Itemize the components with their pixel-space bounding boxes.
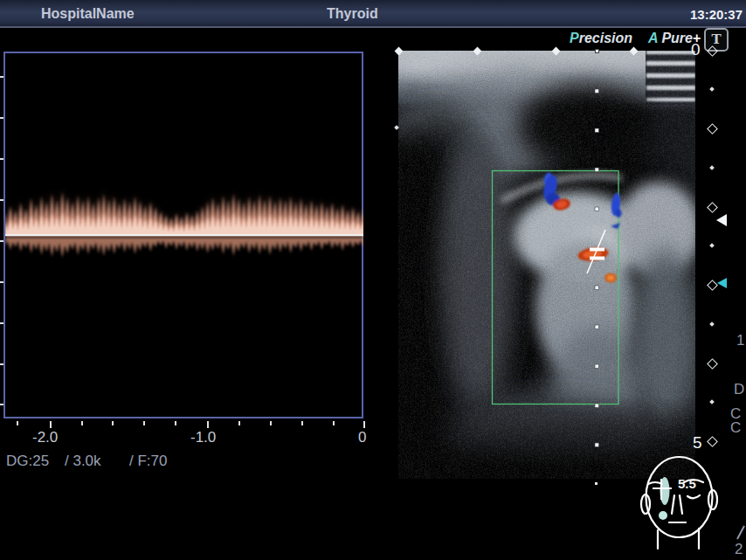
depth-scale-minor-diamond-icon xyxy=(709,165,715,170)
centerline-end-dot xyxy=(595,482,597,485)
velocity-scale-tick xyxy=(0,404,3,405)
depth-scale-major-diamond-icon xyxy=(707,280,718,291)
bmode-tissue-texture xyxy=(398,51,695,479)
clock-time: 13:20:37 xyxy=(690,7,743,22)
velocity-scale-tick xyxy=(0,240,3,242)
depth-scale-major-diamond-icon xyxy=(707,123,718,135)
study-type: Thyroid xyxy=(327,6,378,22)
bmode-image xyxy=(398,51,695,479)
doppler-baseline xyxy=(5,234,363,236)
time-axis-tick xyxy=(207,421,209,428)
precision-rest: recision xyxy=(579,31,632,45)
time-axis-tick xyxy=(81,421,83,425)
velocity-scale-tick xyxy=(0,117,3,119)
depth-scale-minor-diamond-icon xyxy=(709,321,715,327)
bodymark-face[interactable] xyxy=(622,447,746,560)
bodymark-value: 5.5 xyxy=(678,476,696,491)
time-axis-tick xyxy=(270,421,272,425)
focus-marker-icon[interactable] xyxy=(716,214,727,226)
doppler-gain-param: DG:25 xyxy=(6,453,49,470)
time-axis-tick-label: -1.0 xyxy=(190,429,216,446)
time-axis-tick xyxy=(301,421,303,425)
doppler-scale-param: / 3.0k xyxy=(65,453,101,470)
title-bar-separator xyxy=(0,26,746,28)
velocity-scale-tick xyxy=(0,199,3,201)
time-axis-tick xyxy=(363,421,365,428)
time-axis-tick xyxy=(112,421,114,425)
edge-label-1: 1 xyxy=(736,332,744,349)
velocity-scale-tick xyxy=(0,281,3,283)
time-axis-tick xyxy=(175,421,176,425)
probe-t-icon[interactable]: T xyxy=(704,28,729,52)
precision-label: Precision xyxy=(570,31,632,46)
velocity-scale-tick xyxy=(0,76,3,78)
velocity-scale-tick xyxy=(0,363,3,365)
edge-label-c2: C xyxy=(730,419,741,437)
time-axis-tick xyxy=(143,421,145,425)
apure-rest: Pure xyxy=(658,31,693,45)
probe-orientation-dot xyxy=(659,511,667,520)
time-axis-tick-label: 0 xyxy=(358,429,366,446)
depth-scale-major-diamond-icon xyxy=(707,436,718,447)
doppler-filter-param: / F:70 xyxy=(129,453,167,470)
time-axis-tick xyxy=(333,421,335,425)
apure-initial: A xyxy=(648,31,658,45)
depth-scale-minor-diamond-icon xyxy=(709,243,715,248)
depth-scale-major-diamond-icon xyxy=(707,202,718,213)
edge-label-d: D xyxy=(734,381,744,398)
velocity-scale-tick xyxy=(0,158,3,160)
steer-chevron-icon xyxy=(717,278,727,288)
velocity-scale-tick xyxy=(0,322,3,324)
centerline-top-marker xyxy=(595,49,599,53)
hospital-name: HospitalName xyxy=(41,6,135,22)
depth-scale-major-diamond-icon xyxy=(707,358,718,370)
time-axis-tick xyxy=(238,421,240,425)
time-axis-tick-label: -2.0 xyxy=(32,429,58,446)
precision-initial: P xyxy=(570,31,579,45)
time-axis-tick xyxy=(50,421,52,428)
depth-scale-minor-diamond-icon xyxy=(709,86,715,92)
ultrasound-screen: HospitalName Thyroid 13:20:37 Precision … xyxy=(0,0,746,560)
time-axis-tick xyxy=(17,421,18,425)
depth-scale-minor-diamond-icon xyxy=(709,399,715,404)
depth-zero-label: 0 xyxy=(691,40,701,59)
